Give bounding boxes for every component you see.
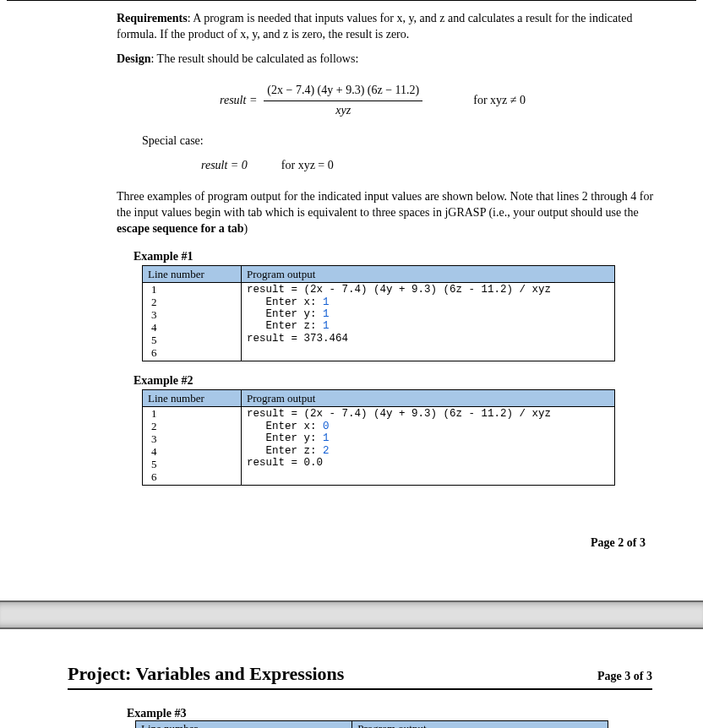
design-label: Design	[117, 52, 150, 65]
examples-intro-bold: escape sequence for a tab	[117, 222, 244, 235]
ex1-l5: result = 373.464	[247, 333, 348, 345]
formula-condition: for xyz ≠ 0	[473, 93, 526, 109]
table-header-row: Line number Program output	[143, 265, 615, 283]
ex2-l1: result = (2x - 7.4) (4y + 9.3) (6z - 11.…	[247, 408, 551, 420]
examples-intro-1: Three examples of program output for the…	[117, 190, 653, 219]
requirements-paragraph: Requirements: A program is needed that i…	[117, 11, 662, 43]
table-row: 1 2 3 4 5 6 result = (2x - 7.4) (4y + 9.…	[143, 407, 615, 486]
ex2-l3b: 1	[323, 432, 330, 444]
project-header: Project: Variables and Expressions Page …	[68, 663, 652, 690]
requirements-text: : A program is needed that inputs values…	[117, 12, 632, 41]
formula-equation: result = (2x − 7.4) (4y + 9.3) (6z − 11.…	[220, 83, 422, 119]
ex2-l2b: 0	[323, 421, 330, 432]
page-2: Requirements: A program is needed that i…	[7, 0, 696, 600]
page-3-label: Page 3 of 3	[597, 670, 652, 683]
requirements-label: Requirements	[117, 12, 188, 24]
col-output-header: Program output	[242, 389, 615, 407]
table-header-row: Line number Program output	[143, 389, 615, 407]
ex1-l4a: Enter z:	[247, 320, 323, 332]
main-formula: result = (2x − 7.4) (4y + 9.3) (6z − 11.…	[83, 83, 662, 119]
example-2-title: Example #2	[134, 373, 662, 389]
page-3: Project: Variables and Expressions Page …	[0, 629, 703, 728]
ex1-l2b: 1	[323, 296, 330, 308]
ex1-l4b: 1	[323, 320, 330, 332]
special-case-formula: result = 0 for xyz = 0	[201, 158, 662, 174]
table-header-row: Line number Program output	[136, 721, 608, 728]
ex2-l5: result = 0.0	[247, 457, 323, 469]
ex2-l3a: Enter y:	[247, 432, 323, 444]
col-line-header: Line number	[143, 265, 242, 283]
ex1-l3b: 1	[323, 308, 330, 320]
special-case-condition: for xyz = 0	[281, 158, 334, 174]
ex1-output: result = (2x - 7.4) (4y + 9.3) (6z - 11.…	[242, 283, 615, 361]
formula-fraction: (2x − 7.4) (4y + 9.3) (6z − 11.2) xyz	[264, 83, 422, 119]
col-output-header: Program output	[242, 265, 615, 283]
table-row: 1 2 3 4 5 6 result = (2x - 7.4) (4y + 9.…	[143, 283, 615, 361]
ex1-l1: result = (2x - 7.4) (4y + 9.3) (6z - 11.…	[247, 284, 551, 296]
examples-intro: Three examples of program output for the…	[117, 189, 662, 237]
ex2-l4b: 2	[323, 445, 330, 457]
col-line-header: Line number	[143, 389, 242, 407]
page-2-footer: Page 2 of 3	[7, 503, 696, 600]
example-2-table: Line number Program output 1 2 3 4 5 6 r…	[142, 389, 615, 486]
col-output-header: Program output	[352, 721, 608, 728]
ex2-l2a: Enter x:	[247, 421, 323, 432]
page-content: Requirements: A program is needed that i…	[7, 1, 696, 503]
example-3-table: Line number Program output	[135, 720, 608, 728]
design-paragraph: Design: The result should be calculated …	[117, 52, 662, 68]
ex2-line-numbers: 1 2 3 4 5 6	[143, 407, 242, 486]
col-line-header: Line number	[136, 721, 352, 728]
ex2-output: result = (2x - 7.4) (4y + 9.3) (6z - 11.…	[242, 407, 615, 486]
example-1-table: Line number Program output 1 2 3 4 5 6 r…	[142, 265, 615, 361]
design-text: : The result should be calculated as fol…	[150, 52, 358, 65]
ex1-line-numbers: 1 2 3 4 5 6	[143, 283, 242, 361]
formula-denominator: xyz	[335, 101, 351, 119]
ex1-l3a: Enter y:	[247, 308, 323, 320]
examples-intro-2: )	[244, 222, 248, 235]
ex1-l2a: Enter x:	[247, 296, 323, 308]
special-case-label: Special case:	[142, 133, 662, 149]
ex2-l4a: Enter z:	[247, 445, 323, 457]
example-3-title: Example #3	[127, 707, 669, 720]
page-break	[0, 600, 703, 629]
project-title: Project: Variables and Expressions	[68, 663, 344, 685]
formula-numerator: (2x − 7.4) (4y + 9.3) (6z − 11.2)	[264, 83, 422, 101]
special-case-lhs: result = 0	[201, 158, 248, 174]
example-1-title: Example #1	[134, 249, 662, 265]
formula-lhs: result =	[220, 93, 257, 109]
